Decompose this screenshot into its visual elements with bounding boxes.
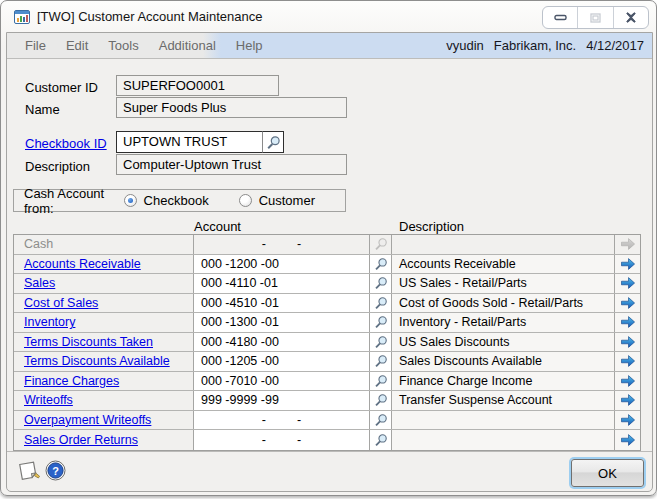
menu-item-help[interactable]: Help: [226, 33, 273, 58]
account-lookup-button[interactable]: [370, 255, 392, 274]
menu-bar: File Edit Tools Additional Help vyudin F…: [7, 33, 652, 59]
lookup-icon: [374, 257, 388, 271]
account-expand-button[interactable]: [615, 294, 640, 313]
footer-divider: [7, 451, 652, 452]
name-field: Super Foods Plus: [116, 97, 347, 118]
account-description-cell: [392, 235, 615, 254]
account-type-link[interactable]: Terms Discounts Available: [24, 354, 170, 368]
account-expand-button[interactable]: [615, 352, 640, 371]
account-lookup-button[interactable]: [370, 391, 392, 410]
arrow-right-icon: [620, 335, 636, 349]
account-expand-button: [615, 235, 640, 254]
account-expand-button[interactable]: [615, 391, 640, 410]
account-number-field[interactable]: - -: [194, 430, 370, 450]
menu-item-tools[interactable]: Tools: [98, 33, 148, 58]
account-expand-button[interactable]: [615, 411, 640, 430]
radio-customer-dot[interactable]: [239, 194, 252, 207]
account-expand-button[interactable]: [615, 333, 640, 352]
account-description-cell: Accounts Receivable: [392, 255, 615, 274]
account-number-field[interactable]: 000 -1300 -01: [194, 313, 370, 332]
account-number-field[interactable]: 000 -1205 -00: [194, 352, 370, 371]
maximize-button[interactable]: [578, 7, 613, 28]
account-row: Writeoffs 999 -9999 -99 Transfer Suspens…: [14, 391, 640, 411]
account-description-cell: US Sales - Retail/Parts: [392, 274, 615, 293]
lookup-icon: [374, 413, 388, 427]
account-row: Inventory 000 -1300 -01 Inventory - Reta…: [14, 313, 640, 333]
account-lookup-button: [370, 235, 392, 254]
checkbook-lookup-button[interactable]: [262, 131, 284, 153]
client-area: File Edit Tools Additional Help vyudin F…: [6, 32, 653, 492]
account-type-link[interactable]: Inventory: [24, 315, 75, 329]
ok-button[interactable]: OK: [571, 459, 644, 487]
account-lookup-button[interactable]: [370, 372, 392, 391]
checkbook-description-field: Computer-Uptown Trust: [116, 154, 347, 175]
maximize-icon: [590, 13, 601, 23]
radio-customer[interactable]: Customer: [239, 193, 315, 208]
account-number-field: - -: [194, 235, 370, 254]
account-expand-button[interactable]: [615, 255, 640, 274]
arrow-right-icon: [620, 354, 636, 368]
account-expand-button[interactable]: [615, 274, 640, 293]
account-row: Terms Discounts Taken 000 -4180 -00 US S…: [14, 333, 640, 353]
account-lookup-button[interactable]: [370, 313, 392, 332]
account-lookup-button[interactable]: [370, 352, 392, 371]
status-user: vyudin: [446, 38, 484, 53]
account-type-link[interactable]: Terms Discounts Taken: [24, 335, 153, 349]
status-date: 4/12/2017: [586, 38, 644, 53]
account-type-link[interactable]: Writeoffs: [24, 393, 73, 407]
radio-checkbook[interactable]: Checkbook: [124, 193, 209, 208]
arrow-right-icon: [620, 413, 636, 427]
lookup-icon: [374, 335, 388, 349]
menu-item-additional[interactable]: Additional: [149, 33, 226, 58]
account-row: Cost of Sales 000 -4510 -01 Cost of Good…: [14, 294, 640, 314]
arrow-right-icon: [620, 276, 636, 290]
account-expand-button[interactable]: [615, 430, 640, 450]
customer-id-field: SUPERFOO0001: [116, 75, 279, 96]
account-lookup-button[interactable]: [370, 430, 392, 450]
account-number-field[interactable]: 000 -4180 -00: [194, 333, 370, 352]
close-button[interactable]: [614, 7, 648, 28]
account-number-field[interactable]: 000 -1200 -00: [194, 255, 370, 274]
account-type-link[interactable]: Overpayment Writeoffs: [24, 413, 151, 427]
description-column-header: Description: [399, 219, 464, 234]
account-lookup-button[interactable]: [370, 333, 392, 352]
account-type-link[interactable]: Cost of Sales: [24, 296, 98, 310]
account-number-field[interactable]: - -: [194, 411, 370, 430]
menu-item-edit[interactable]: Edit: [56, 33, 98, 58]
account-description-cell: Inventory - Retail/Parts: [392, 313, 615, 332]
account-description-cell: Sales Discounts Available: [392, 352, 615, 371]
window-controls: [542, 6, 649, 29]
status-strip: vyudin Fabrikam, Inc. 4/12/2017: [446, 38, 652, 53]
account-type-link[interactable]: Sales Order Returns: [24, 433, 138, 447]
account-lookup-button[interactable]: [370, 294, 392, 313]
account-number-field[interactable]: 999 -9999 -99: [194, 391, 370, 410]
account-type-link[interactable]: Sales: [24, 276, 55, 290]
account-type-link[interactable]: Accounts Receivable: [24, 257, 141, 271]
menu-item-file[interactable]: File: [15, 33, 56, 58]
checkbook-description-label: Description: [25, 159, 90, 174]
note-button[interactable]: [16, 458, 42, 484]
radio-checkbook-dot[interactable]: [124, 194, 137, 207]
minimize-button[interactable]: [543, 7, 578, 28]
checkbook-id-field[interactable]: UPTOWN TRUST: [116, 131, 263, 153]
name-label: Name: [25, 102, 60, 117]
account-type-link[interactable]: Finance Charges: [24, 374, 119, 388]
account-expand-button[interactable]: [615, 372, 640, 391]
account-expand-button[interactable]: [615, 313, 640, 332]
account-number-field[interactable]: 000 -4510 -01: [194, 294, 370, 313]
minimize-icon: [554, 14, 567, 21]
account-description-cell: [392, 411, 615, 430]
arrow-right-icon: [620, 374, 636, 388]
checkbook-id-link[interactable]: Checkbook ID: [25, 136, 107, 151]
help-button[interactable]: ?: [45, 460, 66, 481]
account-lookup-button[interactable]: [370, 274, 392, 293]
lookup-icon: [374, 315, 388, 329]
account-lookup-button[interactable]: [370, 411, 392, 430]
account-number-field[interactable]: 000 -7010 -00: [194, 372, 370, 391]
title-bar[interactable]: [TWO] Customer Account Maintenance: [1, 1, 656, 32]
lookup-icon: [266, 135, 281, 150]
lookup-icon: [374, 433, 388, 447]
arrow-right-icon: [620, 315, 636, 329]
radio-checkbook-label: Checkbook: [144, 193, 209, 208]
account-number-field[interactable]: 000 -4110 -01: [194, 274, 370, 293]
